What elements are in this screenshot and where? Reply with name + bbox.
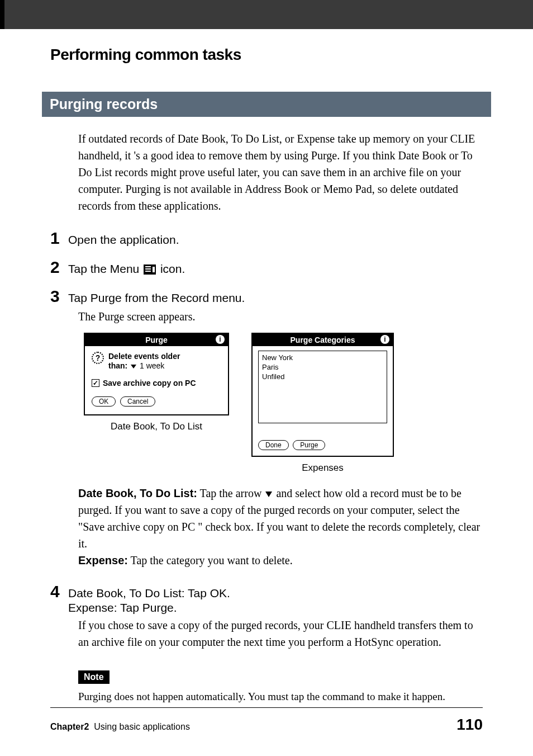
list-item[interactable]: Paris [262, 363, 383, 372]
db-text-1: Tap the arrow [197, 487, 264, 499]
db-label: Date Book, To Do List: [78, 487, 197, 499]
info-icon[interactable]: i [380, 335, 389, 344]
step-subtext: The Purge screen appears. [78, 308, 483, 325]
step-3: 3 Tap Purge from the Record menu. The Pu… [50, 287, 483, 569]
step-text: Tap the Menu icon. [68, 262, 185, 276]
expense-label: Expense: [78, 554, 128, 566]
dialog-title: Purge Categories i [253, 334, 393, 346]
archive-checkbox-row[interactable]: ✓ Save archive copy on PC [92, 379, 221, 388]
dropdown-arrow-icon[interactable] [131, 365, 136, 368]
step-1: 1 Open the application. [50, 229, 483, 248]
dialog-title: Purge i [85, 334, 228, 346]
screenshots-row: Purge i ? Delete events olderthan: 1 wee… [84, 333, 483, 474]
step-2: 2 Tap the Menu icon. [50, 258, 483, 277]
page-footer: Chapter2 Using basic applications 110 [50, 707, 483, 734]
top-bar [0, 0, 533, 29]
chapter-title: Using basic applications [94, 722, 190, 731]
step-text-before: Tap the Menu [68, 262, 142, 275]
purge-button[interactable]: Purge [293, 440, 325, 450]
step-subtext: If you chose to save a copy of the purge… [78, 617, 483, 650]
ok-button[interactable]: OK [92, 396, 116, 407]
cancel-button[interactable]: Cancel [120, 396, 155, 407]
question-icon: ? [92, 352, 104, 364]
screenshot-categories: Purge Categories i New York Paris Unfile… [251, 333, 394, 474]
list-item[interactable]: New York [262, 353, 383, 363]
step-number: 3 [50, 287, 64, 306]
intro-paragraph: If outdated records of Date Book, To Do … [78, 130, 483, 214]
step-text: Date Book, To Do List: Tap OK. [68, 587, 230, 600]
step-text-b: Expense: Tap Purge. [68, 601, 483, 615]
checkbox-icon[interactable]: ✓ [92, 379, 99, 387]
screenshot-caption: Expenses [302, 462, 344, 474]
list-item[interactable]: Unfiled [262, 372, 383, 382]
section-heading: Purging records [42, 92, 491, 117]
step-text-after: icon. [157, 262, 185, 275]
page-title: Performing common tasks [50, 46, 483, 64]
duration-value[interactable]: 1 week [140, 361, 164, 370]
done-button[interactable]: Done [258, 440, 289, 450]
step-number: 1 [50, 229, 64, 248]
explanation-block: Date Book, To Do List: Tap the arrow and… [78, 485, 483, 569]
screenshot-caption: Date Book, To Do List [111, 421, 202, 432]
step-number: 2 [50, 258, 64, 277]
note-label: Note [78, 670, 110, 684]
page-number: 110 [456, 716, 483, 734]
step-4: 4 Date Book, To Do List: Tap OK. Expense… [50, 582, 483, 650]
menu-icon [144, 264, 156, 275]
step-number: 4 [50, 582, 64, 601]
category-list[interactable]: New York Paris Unfiled [258, 351, 387, 423]
screenshot-purge: Purge i ? Delete events olderthan: 1 wee… [84, 333, 229, 474]
note-text: Purging does not happen automatically. Y… [78, 689, 483, 705]
arrow-down-icon [265, 492, 272, 497]
chapter-label: Chapter2 [50, 722, 89, 731]
step-text: Open the application. [68, 233, 179, 247]
step-text: Tap Purge from the Record menu. [68, 291, 245, 305]
info-icon[interactable]: i [216, 335, 225, 344]
expense-text: Tap the category you want to delete. [128, 554, 293, 566]
delete-events-label: Delete events olderthan: 1 week [108, 352, 180, 371]
checkbox-label: Save archive copy on PC [103, 379, 196, 388]
